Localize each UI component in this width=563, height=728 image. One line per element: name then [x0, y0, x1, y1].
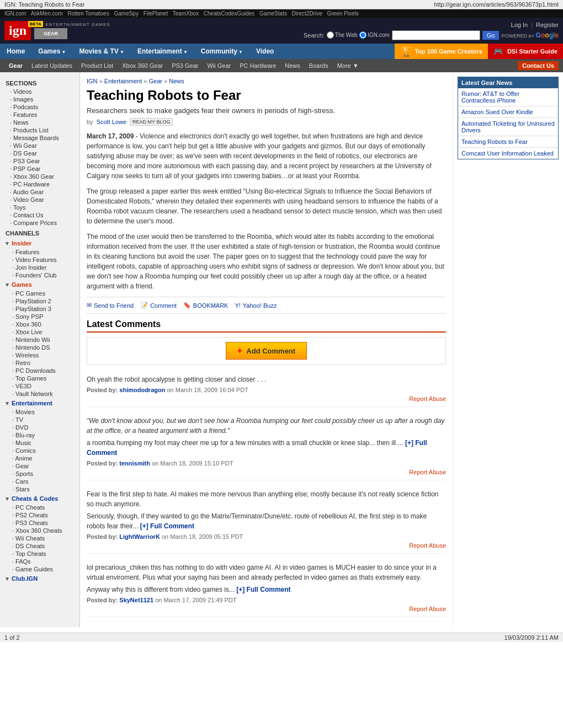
nav-ps3-gear[interactable]: PS3 Gear	[167, 59, 203, 72]
sidebar-xbox360[interactable]: · Xbox 360	[0, 320, 79, 328]
sidebar-ps3-cheats[interactable]: · PS3 Cheats	[0, 519, 79, 527]
sidebar-item-video-gear[interactable]: · Video Gear	[0, 196, 79, 204]
sidebar-tv[interactable]: · TV	[0, 416, 79, 424]
sidebar-item-ps3-gear[interactable]: · PS3 Gear	[0, 157, 79, 165]
sidebar-sports[interactable]: · Sports	[0, 470, 79, 478]
nav-entertainment[interactable]: Entertainment	[131, 44, 194, 59]
top-link-teamxbox[interactable]: TeamXbox	[173, 10, 199, 17]
comment-2-report-abuse[interactable]: Report Abuse	[87, 469, 446, 475]
sidebar-insider-founders[interactable]: · Founders' Club	[0, 271, 79, 279]
ign-logo[interactable]: ign BETA	[4, 21, 31, 40]
news-item-1[interactable]: Rumor: AT&T to Offer Contractless iPhone	[458, 88, 558, 106]
news-item-3[interactable]: Automated Ticketing for Uninsured Driver…	[458, 118, 558, 136]
comment-2-author[interactable]: tennismith	[119, 460, 150, 467]
breadcrumb-news[interactable]: News	[169, 78, 184, 84]
comment-4-full-link[interactable]: [+] Full Comment	[236, 586, 290, 593]
sidebar-wireless[interactable]: · Wireless	[0, 351, 79, 359]
login-link[interactable]: Log In	[511, 22, 528, 28]
nav-more[interactable]: More ▼	[333, 59, 363, 72]
sidebar-item-features[interactable]: · Features	[0, 111, 79, 119]
sidebar-nintendo-wii[interactable]: · Nintendo Wii	[0, 336, 79, 344]
sidebar-item-products-list[interactable]: · Products List	[0, 126, 79, 134]
read-my-blog-badge[interactable]: READ MY BLOG	[130, 118, 173, 126]
top-link-fileplanet[interactable]: FilePlanet	[144, 10, 168, 17]
sidebar-item-toys[interactable]: · Toys	[0, 204, 79, 211]
sidebar-nintendo-ds[interactable]: · Nintendo DS	[0, 344, 79, 351]
top-link-rottentomatoes[interactable]: Rotten Tomatoes	[67, 10, 109, 17]
sidebar-item-images[interactable]: · Images	[0, 95, 79, 103]
nav-latest-updates[interactable]: Latest Updates	[27, 59, 77, 72]
top-link-gamespy[interactable]: GameSpy	[114, 10, 138, 17]
news-item-4[interactable]: Teaching Robots to Fear	[458, 136, 558, 148]
dsi-guide-btn[interactable]: 🎮 DSi Starter Guide	[488, 44, 563, 59]
sidebar-insider-features[interactable]: · Features	[0, 248, 79, 256]
search-input[interactable]	[392, 30, 480, 40]
sidebar-pc-games[interactable]: · PC Games	[0, 290, 79, 297]
sidebar-ps2[interactable]: · PlayStation 2	[0, 297, 79, 305]
sidebar-faqs[interactable]: · FAQs	[0, 558, 79, 565]
nav-pc-hardware[interactable]: PC Hardware	[235, 59, 280, 72]
search-radio-web[interactable]	[327, 31, 334, 39]
nav-xbox360-gear[interactable]: Xbox 360 Gear	[118, 59, 167, 72]
sidebar-item-podcasts[interactable]: · Podcasts	[0, 103, 79, 111]
sidebar-item-xbox360-gear[interactable]: · Xbox 360 Gear	[0, 173, 79, 180]
comment-4-author[interactable]: SkyNet1121	[119, 597, 153, 603]
comment-3-author[interactable]: LightWarriorK	[119, 533, 160, 540]
sidebar-insider-join[interactable]: · Join Insider	[0, 264, 79, 271]
top-link-askmen[interactable]: AskMen.com	[31, 10, 63, 17]
sidebar-item-ds-gear[interactable]: · DS Gear	[0, 149, 79, 157]
add-comment-button[interactable]: + Add Comment	[226, 342, 307, 360]
top-link-cheatscodes[interactable]: CheatsCodesGuides	[204, 10, 254, 17]
nav-news[interactable]: News	[280, 59, 305, 72]
comment-3-report-abuse[interactable]: Report Abuse	[87, 542, 446, 549]
sidebar-stars[interactable]: · Stars	[0, 485, 79, 493]
sidebar-wii-cheats[interactable]: · Wii Cheats	[0, 534, 79, 542]
top-link-greenpixels[interactable]: Green Pixels	[327, 10, 359, 17]
search-go-button[interactable]: Go	[482, 31, 500, 40]
comment-3-full-link[interactable]: [+] Full Comment	[140, 522, 194, 530]
sidebar-ds-cheats[interactable]: · DS Cheats	[0, 542, 79, 550]
comment-btn[interactable]: 📝 Comment	[140, 302, 177, 309]
nav-games[interactable]: Games	[31, 44, 72, 59]
comment-1-report-abuse[interactable]: Report Abuse	[87, 395, 446, 402]
sidebar-club-ign[interactable]: ▾ Club.IGN	[0, 573, 79, 584]
sidebar-comics[interactable]: · Comics	[0, 447, 79, 454]
sidebar-insider[interactable]: ▾ Insider	[0, 238, 79, 248]
sidebar-top-cheats[interactable]: · Top Cheats	[0, 550, 79, 558]
sidebar-sony-psp[interactable]: · Sony PSP	[0, 313, 79, 320]
sidebar-retro[interactable]: · Retro	[0, 359, 79, 367]
sidebar-game-guides[interactable]: · Game Guides	[0, 565, 79, 573]
sidebar-anime[interactable]: · Anime	[0, 454, 79, 462]
sidebar-ve3d[interactable]: · VE3D	[0, 382, 79, 390]
nav-wii-gear[interactable]: Wii Gear	[203, 59, 235, 72]
sidebar-item-wii-gear[interactable]: · Wii Gear	[0, 142, 79, 149]
breadcrumb-gear[interactable]: Gear	[149, 78, 162, 84]
contact-us-btn[interactable]: Contact Us	[518, 61, 559, 70]
breadcrumb-entertainment[interactable]: Entertainment	[104, 78, 142, 84]
top-link-direct2drive[interactable]: Direct2Drive	[292, 10, 322, 17]
nav-movies-tv[interactable]: Movies & TV	[73, 44, 131, 59]
comment-2-full-link[interactable]: [+] Full Comment	[87, 439, 427, 457]
sidebar-gear[interactable]: · Gear	[0, 462, 79, 470]
breadcrumb-ign[interactable]: IGN	[87, 78, 98, 84]
news-item-5[interactable]: Comcast User Information Leaked	[458, 148, 558, 159]
register-link[interactable]: Register	[536, 22, 559, 28]
sidebar-top-games[interactable]: · Top Games	[0, 374, 79, 382]
sidebar-item-audio-gear[interactable]: · Audio Gear	[0, 188, 79, 196]
yahoo-buzz-btn[interactable]: Y! Yahoo! Buzz	[235, 302, 277, 309]
sidebar-item-pc-hardware[interactable]: · PC Hardware	[0, 180, 79, 188]
top-100-btn[interactable]: 🏆 Top 100 Game Creators	[395, 44, 488, 59]
sidebar-insider-video-features[interactable]: · Video Features	[0, 256, 79, 264]
comment-4-report-abuse[interactable]: Report Abuse	[87, 606, 446, 612]
sidebar-item-psp-gear[interactable]: · PSP Gear	[0, 165, 79, 173]
sidebar-movies[interactable]: · Movies	[0, 408, 79, 416]
sidebar-music[interactable]: · Music	[0, 439, 79, 447]
sidebar-xbox360-cheats[interactable]: · Xbox 360 Cheats	[0, 527, 79, 534]
sidebar-pc-downloads[interactable]: · PC Downloads	[0, 367, 79, 374]
nav-product-list[interactable]: Product List	[77, 59, 118, 72]
sidebar-games[interactable]: ▾ Games	[0, 279, 79, 290]
sidebar-item-news[interactable]: · News	[0, 119, 79, 126]
sidebar-cheats-codes[interactable]: ▾ Cheats & Codes	[0, 493, 79, 504]
top-link-gamestats[interactable]: GameStats	[259, 10, 287, 17]
bookmark-btn[interactable]: 🔖 BOOKMARK	[183, 302, 229, 309]
